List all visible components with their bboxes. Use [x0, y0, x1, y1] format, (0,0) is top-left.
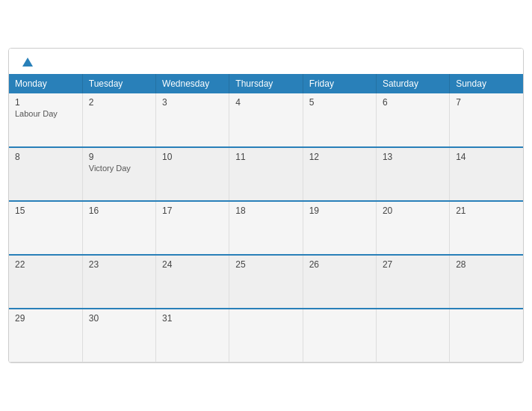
- holiday-label: Labour Day: [15, 109, 76, 118]
- calendar-week-row: 293031: [9, 309, 523, 362]
- day-number: 22: [15, 259, 76, 270]
- day-number: 15: [15, 206, 76, 216]
- calendar-day-cell: 10: [156, 147, 229, 201]
- day-number: 16: [89, 206, 149, 216]
- day-number: 30: [89, 313, 149, 324]
- day-number: 29: [15, 313, 76, 324]
- calendar-day-cell: 23: [82, 255, 155, 309]
- calendar-day-cell: 18: [229, 201, 303, 255]
- calendar-day-cell: 21: [450, 201, 523, 255]
- day-number: 18: [235, 206, 296, 216]
- day-number: 4: [235, 97, 296, 108]
- calendar-day-cell: 9Victory Day: [82, 147, 155, 201]
- calendar-day-cell: 2: [82, 93, 155, 147]
- calendar-day-cell: 4: [229, 93, 303, 147]
- calendar-day-cell: 25: [229, 255, 303, 309]
- day-number: 17: [162, 206, 223, 216]
- calendar-day-cell: 31: [156, 309, 229, 362]
- day-number: 31: [162, 313, 223, 324]
- day-number: 5: [309, 97, 370, 108]
- calendar-day-cell: 5: [303, 93, 376, 147]
- calendar-day-cell: [229, 309, 303, 362]
- day-number: 6: [383, 97, 443, 108]
- calendar-header: [9, 49, 523, 74]
- calendar-day-cell: 30: [82, 309, 155, 362]
- calendar-day-cell: 19: [303, 201, 376, 255]
- day-number: 24: [162, 259, 223, 270]
- day-number: 1: [15, 97, 76, 108]
- weekday-header-friday: Friday: [303, 74, 376, 93]
- logo-triangle-icon: [22, 58, 33, 67]
- calendar-day-cell: 13: [376, 147, 449, 201]
- calendar-grid: MondayTuesdayWednesdayThursdayFridaySatu…: [9, 74, 523, 363]
- calendar-day-cell: 26: [303, 255, 376, 309]
- calendar-week-row: 1Labour Day234567: [9, 93, 523, 147]
- day-number: 21: [456, 206, 517, 216]
- weekday-header-saturday: Saturday: [376, 74, 449, 93]
- calendar-day-cell: 8: [9, 147, 82, 201]
- calendar-week-row: 89Victory Day1011121314: [9, 147, 523, 201]
- day-number: 14: [456, 152, 517, 162]
- calendar-day-cell: [450, 309, 523, 362]
- calendar-day-cell: 22: [9, 255, 82, 309]
- weekday-header-monday: Monday: [9, 74, 82, 93]
- calendar-day-cell: 15: [9, 201, 82, 255]
- day-number: 9: [89, 152, 149, 162]
- day-number: 20: [383, 206, 443, 216]
- calendar-day-cell: 20: [376, 201, 449, 255]
- calendar-day-cell: 24: [156, 255, 229, 309]
- day-number: 13: [383, 152, 443, 162]
- calendar-day-cell: 16: [82, 201, 155, 255]
- weekday-header-wednesday: Wednesday: [156, 74, 229, 93]
- calendar-day-cell: 6: [376, 93, 449, 147]
- calendar-day-cell: 12: [303, 147, 376, 201]
- day-number: 10: [162, 152, 223, 162]
- calendar-day-cell: 7: [450, 93, 523, 147]
- calendar-day-cell: 11: [229, 147, 303, 201]
- calendar-week-row: 22232425262728: [9, 255, 523, 309]
- calendar-day-cell: 28: [450, 255, 523, 309]
- calendar-day-cell: 14: [450, 147, 523, 201]
- day-number: 3: [162, 97, 223, 108]
- day-number: 27: [383, 259, 443, 270]
- calendar-day-cell: 17: [156, 201, 229, 255]
- calendar-week-row: 15161718192021: [9, 201, 523, 255]
- day-number: 19: [309, 206, 370, 216]
- calendar-day-cell: 27: [376, 255, 449, 309]
- weekday-header-tuesday: Tuesday: [82, 74, 155, 93]
- weekday-header-thursday: Thursday: [229, 74, 303, 93]
- day-number: 12: [309, 152, 370, 162]
- calendar-day-cell: 1Labour Day: [9, 93, 82, 147]
- day-number: 7: [456, 97, 517, 108]
- calendar-container: MondayTuesdayWednesdayThursdayFridaySatu…: [8, 48, 524, 364]
- day-number: 28: [456, 259, 517, 270]
- weekday-header-row: MondayTuesdayWednesdayThursdayFridaySatu…: [9, 74, 523, 93]
- day-number: 23: [89, 259, 149, 270]
- day-number: 2: [89, 97, 149, 108]
- logo: [21, 58, 33, 68]
- calendar-day-cell: [376, 309, 449, 362]
- holiday-label: Victory Day: [89, 164, 149, 173]
- day-number: 26: [309, 259, 370, 270]
- weekday-header-sunday: Sunday: [450, 74, 523, 93]
- calendar-day-cell: 3: [156, 93, 229, 147]
- day-number: 8: [15, 152, 76, 162]
- calendar-day-cell: 29: [9, 309, 82, 362]
- day-number: 11: [235, 152, 296, 162]
- day-number: 25: [235, 259, 296, 270]
- calendar-day-cell: [303, 309, 376, 362]
